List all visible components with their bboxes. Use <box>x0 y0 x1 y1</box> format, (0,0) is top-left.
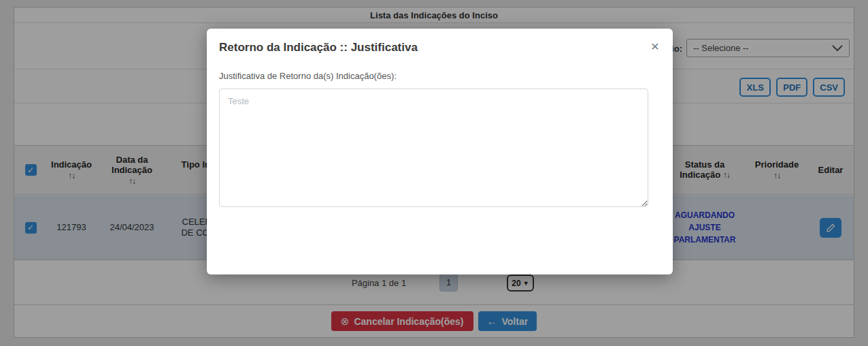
justification-field-label: Justificativa de Retorno da(s) Indicação… <box>219 71 397 81</box>
modal-title: Retorno da Indicação :: Justificativa <box>219 41 418 54</box>
justification-textarea[interactable] <box>219 89 648 207</box>
justification-modal: Retorno da Indicação :: Justificativa × … <box>207 29 673 274</box>
close-icon[interactable]: × <box>651 39 659 53</box>
